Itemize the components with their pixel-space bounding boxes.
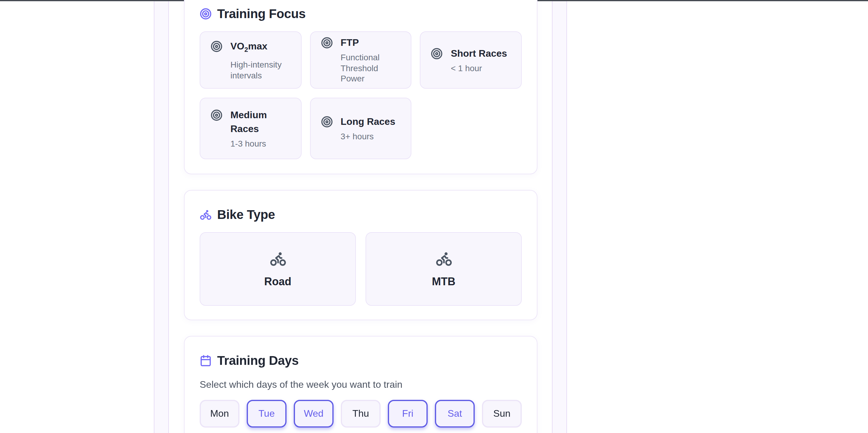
section-title: Training Focus: [217, 7, 306, 21]
page: Training Focus VO2max High-intensity int…: [0, 0, 868, 433]
training-days-buttons: Mon Tue Wed Thu Fri Sat Sun: [200, 400, 522, 428]
target-icon: [200, 8, 212, 20]
focus-option-medium-races[interactable]: Medium Races 1-3 hours: [200, 98, 301, 159]
day-button-fri[interactable]: Fri: [388, 400, 428, 428]
training-days-section: Training Days Select which days of the w…: [184, 336, 537, 433]
bike-option-label: Road: [264, 275, 291, 288]
day-button-wed[interactable]: Wed: [294, 400, 334, 428]
focus-option-row: Medium Races: [211, 108, 292, 136]
focus-option-title: Short Races: [451, 47, 507, 60]
day-button-thu[interactable]: Thu: [341, 400, 381, 428]
focus-option-subtitle: High-intensity intervals: [230, 60, 292, 81]
focus-option-row: FTP: [320, 36, 402, 50]
section-title: Bike Type: [217, 208, 275, 222]
training-days-header: Training Days: [200, 353, 522, 368]
section-title: Training Days: [217, 353, 299, 368]
bike-option-label: MTB: [432, 275, 456, 288]
bike-icon: [435, 250, 452, 267]
day-button-sun[interactable]: Sun: [482, 400, 522, 428]
calendar-icon: [200, 354, 212, 367]
bike-icon: [200, 209, 212, 221]
focus-option-title: VO2max: [230, 39, 268, 57]
focus-option-row: Short Races: [431, 47, 513, 60]
target-icon: [320, 116, 333, 128]
day-button-tue[interactable]: Tue: [247, 400, 286, 428]
focus-option-subtitle: 1-3 hours: [230, 139, 292, 149]
focus-option-row: VO2max: [211, 39, 292, 57]
bike-type-header: Bike Type: [200, 208, 522, 222]
focus-option-subtitle: 3+ hours: [341, 132, 402, 142]
bike-option-mtb[interactable]: MTB: [366, 232, 522, 306]
right-decorative-strip: [552, 1, 567, 433]
training-focus-header: Training Focus: [200, 7, 522, 21]
focus-option-title: Long Races: [341, 115, 395, 129]
left-decorative-strip: [154, 1, 169, 433]
bike-type-options: Road MTB: [200, 232, 522, 306]
target-icon: [211, 109, 223, 121]
focus-option-vo2max[interactable]: VO2max High-intensity intervals: [200, 31, 301, 89]
bike-type-section: Bike Type Road MTB: [184, 190, 537, 320]
training-days-subtitle: Select which days of the week you want t…: [200, 379, 522, 391]
day-button-sat[interactable]: Sat: [435, 400, 475, 428]
focus-option-long-races[interactable]: Long Races 3+ hours: [310, 98, 411, 159]
training-focus-section: Training Focus VO2max High-intensity int…: [184, 0, 537, 174]
focus-option-title: Medium Races: [230, 108, 292, 136]
day-button-mon[interactable]: Mon: [200, 400, 240, 428]
focus-option-subtitle: Functional Threshold Power: [341, 53, 402, 85]
focus-option-ftp[interactable]: FTP Functional Threshold Power: [310, 31, 411, 89]
target-icon: [211, 40, 223, 53]
focus-option-subtitle: < 1 hour: [451, 63, 513, 74]
bike-icon: [269, 250, 286, 267]
focus-option-title: FTP: [341, 36, 359, 50]
training-focus-options: VO2max High-intensity intervals FTP Func…: [200, 31, 522, 159]
target-icon: [431, 48, 443, 60]
target-icon: [320, 37, 333, 49]
focus-option-row: Long Races: [320, 115, 402, 129]
bike-option-road[interactable]: Road: [200, 232, 356, 306]
focus-option-short-races[interactable]: Short Races < 1 hour: [420, 31, 522, 89]
